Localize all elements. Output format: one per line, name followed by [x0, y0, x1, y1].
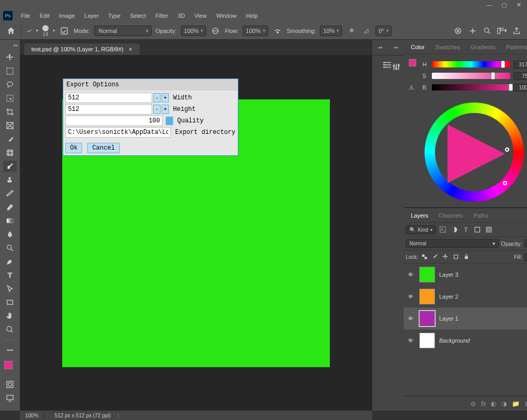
airbrush-icon[interactable]: [272, 26, 283, 36]
brush-size-preview[interactable]: 13: [42, 25, 49, 37]
layer-name[interactable]: Layer 3: [439, 271, 527, 278]
layer-thumb[interactable]: [419, 289, 435, 304]
width-decrement[interactable]: -: [153, 93, 161, 103]
menu-layer[interactable]: Layer: [80, 12, 103, 20]
screen-mode-icon[interactable]: [3, 392, 17, 404]
lock-all-icon[interactable]: [462, 253, 471, 261]
path-select-tool[interactable]: [3, 283, 17, 294]
height-increment[interactable]: +: [162, 105, 169, 114]
menu-edit[interactable]: Edit: [36, 12, 54, 20]
hand-tool[interactable]: [3, 310, 17, 322]
dodge-tool[interactable]: [3, 242, 17, 254]
maximize-button[interactable]: ▢: [498, 1, 510, 9]
opacity-input[interactable]: 100%: [181, 26, 206, 36]
ok-button[interactable]: Ok: [65, 143, 82, 153]
layer-group-icon[interactable]: 📁: [512, 400, 520, 407]
layer-item[interactable]: 👁 Layer 1: [404, 308, 527, 330]
small-swatches[interactable]: [409, 59, 419, 70]
menu-window[interactable]: Window: [212, 12, 240, 20]
filter-image-icon[interactable]: [438, 225, 448, 234]
visibility-icon[interactable]: 👁: [408, 337, 415, 344]
kind-filter-select[interactable]: 🔍 Kind: [406, 225, 436, 234]
tab-channels[interactable]: Channels: [433, 210, 468, 221]
lock-transparency-icon[interactable]: [420, 253, 429, 261]
status-flyout-icon[interactable]: 〉: [117, 412, 122, 419]
adjustment-layer-icon[interactable]: ◑: [501, 400, 507, 407]
object-select-tool[interactable]: [3, 93, 17, 104]
dock-adjust-icon[interactable]: [389, 60, 404, 74]
share-icon[interactable]: [511, 26, 522, 36]
smoothing-gear-icon[interactable]: ✲: [346, 26, 357, 36]
history-brush-tool[interactable]: [3, 188, 17, 199]
blend-mode-select[interactable]: Normal: [406, 239, 499, 248]
lasso-tool[interactable]: [3, 79, 17, 90]
visibility-icon[interactable]: 👁: [408, 271, 415, 278]
brush-preview[interactable]: ▾: [26, 27, 38, 35]
spot-heal-tool[interactable]: [3, 147, 17, 158]
layer-thumb[interactable]: [419, 311, 435, 326]
collapse-icon[interactable]: ▸▸: [14, 43, 18, 48]
move-tool[interactable]: [3, 52, 17, 63]
rectangle-tool[interactable]: [3, 297, 17, 308]
pressure-size-icon[interactable]: [467, 26, 478, 36]
edit-toolbar-icon[interactable]: •••: [3, 344, 17, 356]
eraser-tool[interactable]: [3, 201, 17, 213]
document-tab[interactable]: test.psd @ 100% (Layer 1, RGB/8#) ×: [24, 43, 140, 55]
angle-input[interactable]: 0°: [375, 26, 392, 36]
path-input[interactable]: [65, 127, 171, 138]
height-input[interactable]: [65, 104, 152, 115]
cancel-button[interactable]: Cancel: [87, 143, 119, 153]
filter-adjust-icon[interactable]: [450, 225, 459, 234]
layer-opacity-input[interactable]: 100%: [524, 240, 527, 247]
crop-tool[interactable]: [3, 106, 17, 118]
new-layer-icon[interactable]: ⊞: [525, 400, 527, 407]
home-icon[interactable]: [5, 25, 17, 37]
hue-value[interactable]: 317: [513, 61, 527, 69]
brush-panel-icon[interactable]: [59, 26, 70, 36]
quality-swatch[interactable]: [166, 117, 173, 125]
layer-name[interactable]: Layer 2: [439, 293, 527, 300]
width-input[interactable]: [65, 93, 152, 103]
pressure-opacity-icon[interactable]: [210, 26, 221, 36]
blur-tool[interactable]: [3, 229, 17, 240]
layer-item[interactable]: 👁 Layer 2: [404, 286, 527, 308]
symmetry-icon[interactable]: [453, 26, 463, 36]
layer-fx-icon[interactable]: fx: [481, 400, 486, 407]
app-logo[interactable]: Ps: [3, 11, 13, 20]
quick-mask-icon[interactable]: [3, 379, 17, 390]
sat-value[interactable]: 75: [513, 72, 527, 80]
clone-tool[interactable]: [3, 174, 17, 186]
eyedropper-tool[interactable]: [3, 133, 17, 145]
wheel-indicator[interactable]: [505, 147, 509, 152]
color-wheel[interactable]: [425, 103, 524, 202]
close-button[interactable]: ✕: [512, 1, 525, 9]
smoothing-input[interactable]: 10%: [320, 26, 342, 36]
layer-item[interactable]: 👁 Layer 3: [404, 264, 527, 286]
tab-color[interactable]: Color: [406, 42, 430, 52]
mode-select[interactable]: Normal: [94, 26, 152, 36]
gradient-tool[interactable]: [3, 215, 17, 226]
minimize-button[interactable]: —: [483, 1, 496, 9]
fg-color[interactable]: [4, 361, 13, 369]
close-tab-icon[interactable]: ×: [129, 46, 132, 52]
fill-input[interactable]: 100%: [524, 253, 527, 261]
filter-type-icon[interactable]: T: [461, 225, 471, 234]
link-layers-icon[interactable]: ⊖: [471, 400, 476, 407]
menu-type[interactable]: Type: [104, 12, 125, 20]
color-swatches[interactable]: [4, 361, 16, 372]
hue-slider[interactable]: [432, 61, 510, 67]
menu-file[interactable]: File: [17, 12, 35, 20]
menu-help[interactable]: Help: [242, 12, 262, 20]
lock-artboard-icon[interactable]: [452, 253, 460, 261]
tab-swatches[interactable]: Swatches: [430, 42, 465, 52]
bri-value[interactable]: 100: [513, 84, 527, 92]
workspace-icon[interactable]: ▾: [497, 26, 507, 36]
search-icon[interactable]: [482, 26, 492, 36]
sat-slider[interactable]: [432, 73, 510, 79]
width-increment[interactable]: +: [162, 93, 169, 103]
layer-mask-icon[interactable]: ◐: [491, 400, 496, 407]
quality-input[interactable]: [65, 116, 163, 126]
menu-3d[interactable]: 3D: [174, 12, 189, 20]
lock-position-icon[interactable]: [441, 253, 450, 261]
pen-tool[interactable]: [3, 256, 17, 267]
